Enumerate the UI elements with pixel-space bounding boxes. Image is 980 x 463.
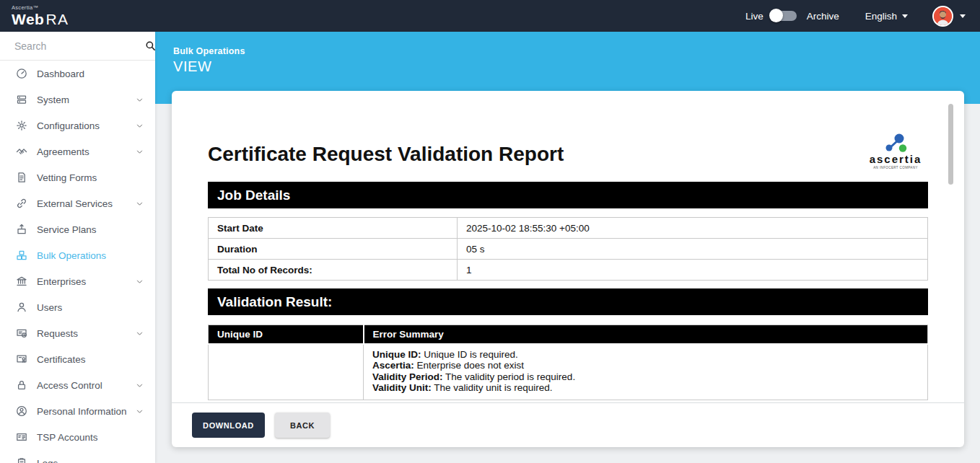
logs-icon <box>16 457 28 463</box>
error-line: Ascertia: Enterprise does not exist <box>372 360 920 371</box>
job-detail-label: Duration <box>209 239 458 260</box>
download-button[interactable]: DOWNLOAD <box>192 413 265 438</box>
ascertia-logo-subtext: AN INFOCERT COMPANY <box>867 166 924 169</box>
archive-label[interactable]: Archive <box>807 11 839 22</box>
sidebar-item-service-plans[interactable]: Service Plans <box>0 216 155 242</box>
chevron-down-icon <box>136 148 144 156</box>
job-details-table: Start Date2025-10-02 18:55:30 +05:00Dura… <box>208 217 928 281</box>
sidebar-item-bulk-operations[interactable]: Bulk Operations <box>0 242 155 268</box>
error-line: Unique ID: Unique ID is required. <box>372 349 920 361</box>
chevron-down-icon <box>902 14 908 18</box>
validation-row: Unique ID: Unique ID is required.Ascerti… <box>209 344 928 400</box>
job-detail-value: 2025-10-02 18:55:30 +05:00 <box>458 218 928 239</box>
job-detail-value: 1 <box>458 260 928 281</box>
report-scroll-area: Certificate Request Validation Report as… <box>172 91 964 402</box>
sidebar-search <box>0 32 155 61</box>
sidebar-item-users[interactable]: Users <box>0 294 155 320</box>
chevron-down-icon <box>136 330 144 338</box>
sidebar-item-tsp-accounts[interactable]: TSP Accounts <box>0 424 155 450</box>
toggle-knob[interactable] <box>769 9 783 22</box>
tsp-accounts-icon <box>16 431 28 444</box>
sidebar-item-label: TSP Accounts <box>37 432 136 443</box>
sidebar-item-system[interactable]: System <box>0 87 155 113</box>
scrollbar-thumb[interactable] <box>948 104 953 185</box>
job-detail-value: 05 s <box>458 239 928 260</box>
sidebar-item-label: Agreements <box>37 146 136 157</box>
job-detail-label: Total No of Records: <box>209 260 458 281</box>
configurations-icon <box>16 120 28 132</box>
sidebar-item-external-services[interactable]: External Services <box>0 190 155 216</box>
dashboard-icon <box>16 68 28 80</box>
job-detail-label: Start Date <box>209 218 458 239</box>
sidebar-item-label: Enterprises <box>37 276 136 287</box>
validation-result-heading: Validation Result: <box>208 288 928 315</box>
search-icon[interactable] <box>145 40 155 51</box>
chevron-down-icon <box>136 407 144 415</box>
service-plans-icon <box>16 224 28 236</box>
access-control-icon <box>16 379 28 392</box>
top-navbar: Ascertia™ WebRA Live Archive English <box>0 0 980 32</box>
search-input[interactable] <box>14 40 145 52</box>
brand-webra-label: WebRA <box>12 12 69 27</box>
sidebar-item-logs[interactable]: Logs <box>0 450 155 463</box>
ascertia-logo-dots-icon <box>879 133 912 154</box>
language-selector[interactable]: English <box>865 11 908 22</box>
ascertia-logo: ascertia AN INFOCERT COMPANY <box>867 133 924 169</box>
sidebar-item-configurations[interactable]: Configurations <box>0 113 155 138</box>
sidebar-item-label: Vetting Forms <box>37 172 136 183</box>
error-line: Validity Unit: The validity unit is requ… <box>372 382 920 394</box>
breadcrumb: Bulk Operations <box>173 46 980 56</box>
sidebar-item-certificates[interactable]: Certificates <box>0 346 155 372</box>
report-card: Certificate Request Validation Report as… <box>172 91 964 447</box>
sidebar-item-vetting-forms[interactable]: Vetting Forms <box>0 164 155 190</box>
sidebar-item-label: Certificates <box>37 354 136 365</box>
sidebar: Dashboard System Configurations Agreemen… <box>0 32 155 463</box>
sidebar-item-label: System <box>37 94 136 105</box>
sidebar-item-agreements[interactable]: Agreements <box>0 138 155 164</box>
personal-information-icon <box>16 405 28 418</box>
job-details-row: Duration05 s <box>209 239 928 260</box>
back-button[interactable]: BACK <box>275 413 330 438</box>
column-header-error-summary: Error Summary <box>364 325 928 344</box>
navbar-right-cluster: Live Archive English <box>745 6 967 27</box>
sidebar-item-label: Access Control <box>37 380 136 391</box>
chevron-down-icon <box>136 200 144 208</box>
bulk-operations-icon <box>16 250 28 262</box>
job-details-row: Total No of Records:1 <box>209 260 928 281</box>
live-label: Live <box>745 11 764 22</box>
sidebar-item-personal-information[interactable]: Personal Information <box>0 398 155 424</box>
ascertia-logo-text: ascertia <box>867 153 924 165</box>
sidebar-item-label: External Services <box>37 198 136 209</box>
system-icon <box>16 94 28 106</box>
avatar-person-icon <box>934 7 952 25</box>
page-title: VIEW <box>173 58 980 75</box>
sidebar-item-label: Service Plans <box>37 224 136 235</box>
chevron-down-icon[interactable] <box>960 14 966 18</box>
sidebar-item-label: Dashboard <box>37 69 136 79</box>
agreements-icon <box>16 146 28 158</box>
sidebar-item-label: Requests <box>37 328 136 339</box>
sidebar-item-dashboard[interactable]: Dashboard <box>0 61 155 87</box>
sidebar-item-enterprises[interactable]: Enterprises <box>0 268 155 294</box>
brand-logo[interactable]: Ascertia™ WebRA <box>12 5 69 27</box>
sidebar-item-label: Bulk Operations <box>37 250 136 261</box>
sidebar-item-requests[interactable]: Requests <box>0 320 155 346</box>
job-details-row: Start Date2025-10-02 18:55:30 +05:00 <box>209 218 928 239</box>
enterprises-icon <box>16 275 28 288</box>
user-avatar[interactable] <box>932 6 953 27</box>
validation-result-table: Unique ID Error Summary Unique ID: Uniqu… <box>208 325 928 400</box>
sidebar-item-access-control[interactable]: Access Control <box>0 372 155 398</box>
report-title: Certificate Request Validation Report <box>208 143 928 166</box>
requests-icon <box>16 327 28 340</box>
certificates-icon <box>16 353 28 366</box>
error-summary-cell: Unique ID: Unique ID is required.Ascerti… <box>364 344 928 400</box>
error-line: Validity Period: The validity period is … <box>372 371 920 383</box>
sidebar-menu: Dashboard System Configurations Agreemen… <box>0 61 155 463</box>
card-footer: DOWNLOAD BACK <box>172 402 964 447</box>
sidebar-item-label: Logs <box>37 458 136 463</box>
live-archive-toggle[interactable] <box>771 11 797 21</box>
main-content: Bulk Operations VIEW Certificate Request… <box>155 32 980 463</box>
sidebar-item-label: Users <box>37 302 136 313</box>
brand-ascertia-label: Ascertia™ <box>12 5 69 11</box>
language-label: English <box>865 11 897 22</box>
